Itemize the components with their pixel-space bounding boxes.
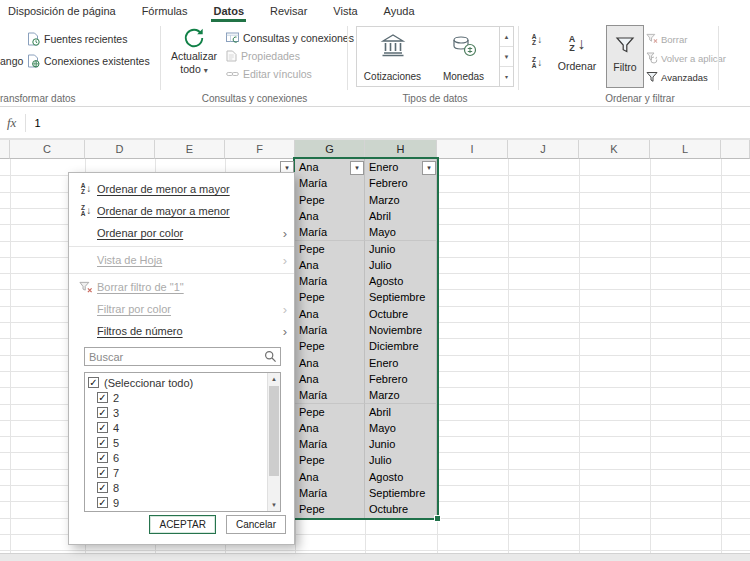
fx-icon[interactable]: fx [0, 115, 25, 131]
column-header-g[interactable]: G [295, 140, 365, 159]
filter-value-6[interactable]: ✓6 [88, 450, 266, 465]
partial-range-button[interactable]: ango [0, 55, 24, 67]
filter-value-10[interactable]: ✓10 [88, 510, 266, 512]
cell-H20[interactable]: Agosto [365, 469, 437, 486]
cell-H7[interactable]: Julio [365, 257, 437, 274]
filter-value-3[interactable]: ✓3 [88, 405, 266, 420]
column-header-e[interactable]: E [155, 140, 225, 159]
cell-G21[interactable]: María [295, 485, 365, 502]
cell-G12[interactable]: Pepe [295, 338, 365, 355]
cell-H15[interactable]: Marzo [365, 387, 437, 404]
cell-G17[interactable]: Ana [295, 420, 365, 437]
cell-G4[interactable]: Ana [295, 208, 365, 225]
column-header[interactable] [721, 140, 750, 159]
menu-tab-revisar[interactable]: Revisar [270, 0, 307, 22]
cell-G16[interactable]: Pepe [295, 404, 365, 421]
scroll-thumb[interactable] [269, 386, 279, 476]
sort-ascending-button[interactable]: AZ↓ [524, 30, 550, 50]
filter-value-4[interactable]: ✓4 [88, 420, 266, 435]
checkbox-icon[interactable]: ✓ [97, 437, 108, 448]
cancel-button[interactable]: Cancelar [226, 515, 286, 534]
cell-H12[interactable]: Diciembre [365, 338, 437, 355]
filter-menu-item-ordenar-de-mayor-a-menor[interactable]: ZA↓Ordenar de mayor a menor [69, 200, 294, 222]
filter-menu-item-ordenar-de-menor-a-mayor[interactable]: AZ↓Ordenar de menor a mayor [69, 178, 294, 200]
cell-G9[interactable]: Pepe [295, 289, 365, 306]
filter-value-seleccionar-todo[interactable]: ✓(Seleccionar todo) [88, 375, 266, 390]
recent-sources-button[interactable]: Fuentes recientes [27, 30, 127, 48]
checkbox-icon[interactable]: ✓ [97, 407, 108, 418]
existing-connections-button[interactable]: Conexiones existentes [27, 52, 150, 70]
cell-G10[interactable]: Ana [295, 306, 365, 323]
cell-G14[interactable]: Ana [295, 371, 365, 388]
cell-H13[interactable]: Enero [365, 355, 437, 372]
gallery-up-icon[interactable]: ▲ [500, 27, 513, 46]
refresh-all-button[interactable]: Actualizar todo ▾ [166, 25, 222, 89]
cell-H9[interactable]: Septiembre [365, 289, 437, 306]
fill-handle[interactable] [434, 515, 441, 522]
checkbox-icon[interactable]: ✓ [97, 482, 108, 493]
column-header-h[interactable]: H [365, 140, 437, 159]
scroll-up-icon[interactable]: ▲ [268, 373, 280, 385]
column-header-i[interactable]: I [437, 140, 508, 159]
cell-H4[interactable]: Abril [365, 208, 437, 225]
cell-G13[interactable]: Ana [295, 355, 365, 372]
checkbox-icon[interactable]: ✓ [97, 497, 108, 508]
menu-tab-datos[interactable]: Datos [213, 0, 244, 22]
cell-H10[interactable]: Octubre [365, 306, 437, 323]
menu-tab-vista[interactable]: Vista [333, 0, 357, 22]
cell-G2[interactable]: María [295, 175, 365, 192]
filter-menu-item-ordenar-por-color[interactable]: Ordenar por color› [69, 222, 294, 244]
sort-dialog-button[interactable]: AZ↓ Ordenar [552, 25, 602, 88]
cell-H8[interactable]: Agosto [365, 273, 437, 290]
cell-G5[interactable]: María [295, 224, 365, 241]
column-header-k[interactable]: K [579, 140, 650, 159]
cell-G6[interactable]: Pepe [295, 241, 365, 258]
cell-H19[interactable]: Julio [365, 452, 437, 469]
checkbox-icon[interactable]: ✓ [88, 377, 99, 388]
filter-toggle-button[interactable]: Filtro [606, 25, 644, 88]
cell-G18[interactable]: María [295, 436, 365, 453]
filter-value-2[interactable]: ✓2 [88, 390, 266, 405]
column-header-d[interactable]: D [85, 140, 155, 159]
cell-G8[interactable]: María [295, 273, 365, 290]
column-header-l[interactable]: L [650, 140, 721, 159]
accept-button[interactable]: ACEPTAR [149, 515, 216, 534]
cell-H6[interactable]: Junio [365, 241, 437, 258]
cell-G22[interactable]: Pepe [295, 501, 365, 518]
checkbox-icon[interactable]: ✓ [97, 467, 108, 478]
avanzadas-button[interactable]: Avanzadas [646, 69, 726, 85]
cell-H5[interactable]: Mayo [365, 224, 437, 241]
cell-G19[interactable]: Pepe [295, 452, 365, 469]
cell-H11[interactable]: Noviembre [365, 322, 437, 339]
cell-G7[interactable]: Ana [295, 257, 365, 274]
filter-value-7[interactable]: ✓7 [88, 465, 266, 480]
autofilter-dropdown-h[interactable]: ▾ [422, 161, 436, 175]
cell-G3[interactable]: Pepe [295, 192, 365, 209]
consultas-y-conexiones-button[interactable]: Consultas y conexiones [226, 29, 354, 46]
cell-G15[interactable]: María [295, 387, 365, 404]
column-header-j[interactable]: J [508, 140, 579, 159]
filter-value-5[interactable]: ✓5 [88, 435, 266, 450]
menu-tab-formulas[interactable]: Fórmulas [142, 0, 188, 22]
cell-G20[interactable]: Ana [295, 469, 365, 486]
cell-H21[interactable]: Septiembre [365, 485, 437, 502]
cell-H3[interactable]: Marzo [365, 192, 437, 209]
stocks-button[interactable]: Cotizaciones [357, 27, 428, 86]
filter-value-8[interactable]: ✓8 [88, 480, 266, 495]
column-header-f[interactable]: F [225, 140, 295, 159]
checkbox-icon[interactable]: ✓ [97, 452, 108, 463]
cell-H18[interactable]: Junio [365, 436, 437, 453]
column-header-c[interactable]: C [10, 140, 85, 159]
list-scrollbar[interactable]: ▲ ▼ [267, 373, 280, 511]
checkbox-icon[interactable]: ✓ [97, 392, 108, 403]
column-header[interactable] [0, 140, 10, 159]
menu-tab-ayuda[interactable]: Ayuda [384, 0, 415, 22]
checkbox-icon[interactable]: ✓ [97, 422, 108, 433]
gallery-more-icon[interactable]: ▾ [500, 66, 513, 86]
scroll-down-icon[interactable]: ▼ [268, 499, 280, 511]
menu-tab-disposicion-de-pagina[interactable]: Disposición de página [8, 0, 116, 22]
search-input[interactable] [85, 351, 260, 363]
cell-H2[interactable]: Febrero [365, 175, 437, 192]
cell-G11[interactable]: María [295, 322, 365, 339]
cell-H22[interactable]: Octubre [365, 501, 437, 518]
